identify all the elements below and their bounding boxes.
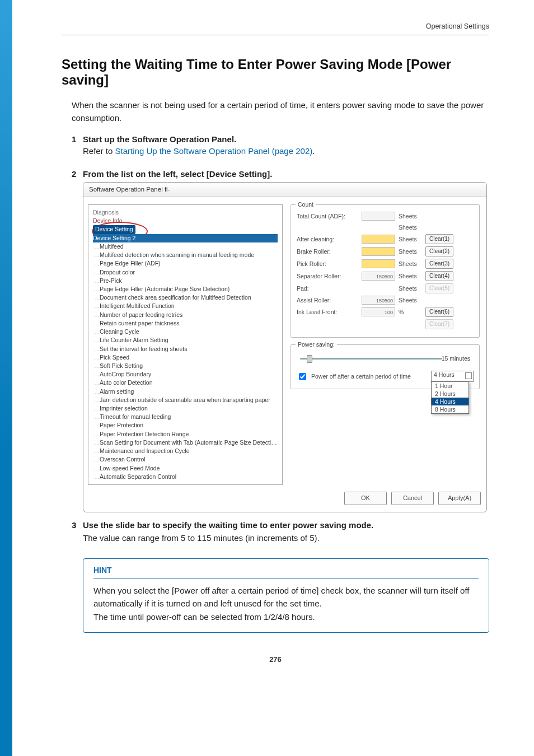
power-off-label: Power off after a certain period of time [311,373,411,380]
tree-item[interactable]: Document check area specification for Mu… [93,293,278,302]
count-field: 150500 [362,272,395,281]
count-unit: Sheets [399,285,422,292]
count-label: Ink Level:Front: [297,309,358,315]
count-unit: Sheets [399,224,422,231]
hint-box: HINT When you select the [Power off afte… [83,558,489,633]
tree-item[interactable]: Timeout for manual feeding [93,413,278,421]
count-unit: Sheets [399,213,422,220]
ps-legend: Power saving: [296,341,337,348]
slider-thumb-icon[interactable] [307,355,312,363]
count-field: 100 [362,307,395,316]
tree-item[interactable]: Page Edge Filler (Automatic Page Size De… [93,285,278,293]
count-row: Pick Roller: Sheets Clear(3) [297,259,474,269]
count-label: Pad: [297,285,358,292]
hint-heading: HINT [93,566,479,575]
step-number: 2 [72,169,83,512]
tree-item[interactable]: AutoCrop Boundary [93,370,278,379]
clear-button: Clear(5) [425,283,453,293]
clear-button[interactable]: Clear(4) [425,271,453,281]
page-title: Setting the Waiting Time to Enter Power … [62,57,489,88]
ps-slider-value: 15 minutes [442,355,470,362]
tree-item[interactable]: Pre-Pick [93,277,278,285]
ps-slider[interactable]: 15 minutes [300,354,470,363]
count-field [362,247,395,256]
tree-item[interactable]: Pick Speed [93,353,278,362]
step-number: 1 [72,134,83,161]
sop-tree[interactable]: Diagnosis Device Info Device Setting Dev… [88,204,283,485]
tree-item[interactable]: Dropout color [93,268,278,277]
link-sop-start[interactable]: Starting Up the Software Operation Panel… [115,146,313,156]
cancel-button[interactable]: Cancel [391,492,434,505]
tree-item[interactable]: Low-speed Feed Mode [93,464,278,473]
count-label: Separator Roller: [297,273,358,279]
step-3: 3 Use the slide bar to specify the waiti… [72,520,489,550]
dropdown-item[interactable]: 8 Hours [432,405,469,413]
header-rule [62,35,489,35]
tree-item[interactable]: Page Edge Filler (ADF) [93,259,278,268]
dropdown-item[interactable]: 2 Hours [432,390,469,398]
step-text: The value can range from 5 to 115 minute… [83,533,489,543]
tree-item[interactable]: Maintenance and Inspection Cycle [93,447,278,455]
clear-button[interactable]: Clear(3) [425,259,453,269]
tree-item[interactable]: Diagnosis [93,208,278,217]
hint-text: When you select the [Power off after a c… [93,584,479,623]
tree-item[interactable]: Imprinter selection [93,404,278,413]
page-number: 276 [62,655,489,664]
count-row: Ink Level:Front: 100 % Clear(6) [297,307,474,317]
count-row: Pad: Sheets Clear(5) [297,283,474,293]
count-unit: % [399,309,422,315]
count-field [362,235,395,244]
tree-item[interactable]: Intelligent Multifeed Function [93,302,278,310]
sop-screenshot: Software Operation Panel fi- Diagnosis D… [83,182,487,512]
count-unit: Sheets [399,297,422,304]
power-off-dropdown[interactable]: 1 Hour 2 Hours 4 Hours 8 Hours [431,381,469,414]
count-unit: Sheets [399,248,422,255]
tree-item[interactable]: Retain current paper thickness [93,319,278,328]
hint-rule [93,578,479,578]
tree-item[interactable]: Overscan Control [93,455,278,464]
count-row: Assist Roller: 150500 Sheets [297,296,474,305]
count-field [362,259,395,268]
count-group: Count Total Count (ADF): Sheets Sheet [291,204,480,338]
tree-item[interactable]: Paper Protection [93,421,278,430]
count-label: Total Count (ADF): [297,213,358,220]
clear-button[interactable]: Clear(2) [425,246,453,256]
apply-button[interactable]: Apply(A) [438,492,481,505]
tree-item[interactable]: Paper Protection Detection Range [93,430,278,438]
chevron-down-icon [465,372,472,379]
count-label: Pick Roller: [297,260,358,267]
tree-item[interactable]: Jam detection outside of scannable area … [93,396,278,404]
clear-button[interactable]: Clear(6) [425,307,453,317]
count-row: Total Count (ADF): Sheets [297,212,474,221]
clear-button[interactable]: Clear(1) [425,234,453,244]
tree-item[interactable]: Multifeed detection when scanning in man… [93,251,278,259]
count-row: Brake Roller: Sheets Clear(2) [297,246,474,256]
tree-item[interactable]: Device Info [93,217,278,225]
tree-item[interactable]: Multifeed [93,242,278,251]
page-header: Operational Settings [62,22,489,30]
tree-item[interactable]: Scan Setting for Document with Tab (Auto… [93,438,278,447]
count-label: Brake Roller: [297,248,358,255]
dropdown-item[interactable]: 1 Hour [432,382,469,390]
count-legend: Count [296,201,316,208]
clear-button: Clear(7) [425,319,453,329]
tree-item[interactable]: Number of paper feeding retries [93,311,278,319]
tree-item-selected[interactable]: Device Setting [93,225,278,234]
dropdown-item[interactable]: 4 Hours [432,398,469,405]
power-off-select[interactable]: 4 Hours 1 Hour 2 Hours 4 Hours 8 Hours [431,371,474,382]
step-title: Use the slide bar to specify the waiting… [83,520,489,530]
tree-item[interactable]: Cleaning Cycle [93,328,278,336]
intro-paragraph: When the scanner is not being used for a… [72,99,489,124]
tree-item[interactable]: Device Setting 2 [93,234,278,242]
count-row: After cleaning: Sheets Clear(1) [297,234,474,244]
tree-item[interactable]: Soft Pick Setting [93,362,278,370]
power-off-checkbox[interactable] [299,373,306,380]
tree-item[interactable]: Auto color Detection [93,379,278,387]
tree-item[interactable]: Life Counter Alarm Setting [93,336,278,344]
count-row: Separator Roller: 150500 Sheets Clear(4) [297,271,474,281]
tree-item[interactable]: Alarm setting [93,388,278,396]
ok-button[interactable]: OK [344,492,387,505]
step-2: 2 From the list on the left, select [Dev… [72,169,489,512]
tree-item[interactable]: Automatic Separation Control [93,473,278,481]
tree-item[interactable]: Set the interval for feeding sheets [93,345,278,353]
